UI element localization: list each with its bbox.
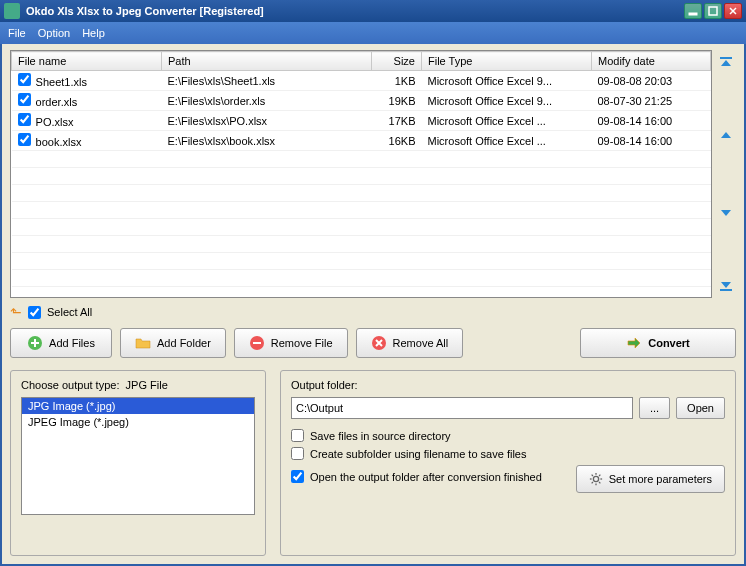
cell-size: 16KB: [372, 131, 422, 151]
gear-icon: [589, 472, 603, 486]
open-folder-button[interactable]: Open: [676, 397, 725, 419]
svg-rect-1: [709, 7, 717, 15]
title-bar: Okdo Xls Xlsx to Jpeg Converter [Registe…: [0, 0, 746, 22]
svg-line-15: [591, 482, 592, 483]
menu-help[interactable]: Help: [82, 27, 105, 39]
type-item-jpeg[interactable]: JPEG Image (*.jpeg): [22, 414, 254, 430]
type-item-jpg[interactable]: JPG Image (*.jpg): [22, 398, 254, 414]
move-bottom-button[interactable]: [716, 276, 736, 296]
svg-point-8: [593, 476, 598, 481]
reorder-arrows: [712, 50, 736, 298]
create-subfolder-label: Create subfolder using filename to save …: [310, 448, 526, 460]
choose-type-label: Choose output type:: [21, 379, 119, 391]
cell-size: 19KB: [372, 91, 422, 111]
convert-button[interactable]: Convert: [580, 328, 736, 358]
cell-path: E:\Files\xls\Sheet1.xls: [162, 71, 372, 91]
minus-icon: [249, 335, 265, 351]
folder-icon: [135, 335, 151, 351]
remove-all-button[interactable]: Remove All: [356, 328, 464, 358]
browse-button[interactable]: ...: [639, 397, 670, 419]
col-date[interactable]: Modify date: [592, 52, 711, 71]
save-source-label: Save files in source directory: [310, 430, 451, 442]
remove-all-label: Remove All: [393, 337, 449, 349]
open-after-label: Open the output folder after conversion …: [310, 471, 542, 483]
minimize-button[interactable]: [684, 3, 702, 19]
cell-name: Sheet1.xls: [36, 76, 87, 88]
move-down-button[interactable]: [716, 201, 736, 221]
up-folder-icon[interactable]: ⬑: [10, 304, 22, 320]
svg-rect-6: [253, 342, 261, 344]
output-folder-input[interactable]: [291, 397, 633, 419]
table-row[interactable]: Sheet1.xls E:\Files\xls\Sheet1.xls 1KB M…: [12, 71, 711, 91]
cell-name: book.xlsx: [36, 136, 82, 148]
table-row[interactable]: PO.xlsx E:\Files\xlsx\PO.xlsx 17KB Micro…: [12, 111, 711, 131]
output-folder-label: Output folder:: [291, 379, 725, 391]
add-folder-label: Add Folder: [157, 337, 211, 349]
row-checkbox[interactable]: [18, 113, 31, 126]
output-folder-panel: Output folder: ... Open Save files in so…: [280, 370, 736, 556]
cell-type: Microsoft Office Excel ...: [422, 111, 592, 131]
col-type[interactable]: File Type: [422, 52, 592, 71]
cell-path: E:\Files\xls\order.xls: [162, 91, 372, 111]
table-row[interactable]: book.xlsx E:\Files\xlsx\book.xlsx 16KB M…: [12, 131, 711, 151]
menu-option[interactable]: Option: [38, 27, 70, 39]
convert-label: Convert: [648, 337, 690, 349]
close-button[interactable]: [724, 3, 742, 19]
remove-file-label: Remove File: [271, 337, 333, 349]
table-row[interactable]: order.xls E:\Files\xls\order.xls 19KB Mi…: [12, 91, 711, 111]
cell-path: E:\Files\xlsx\book.xlsx: [162, 131, 372, 151]
open-after-checkbox[interactable]: [291, 470, 304, 483]
col-size[interactable]: Size: [372, 52, 422, 71]
move-up-button[interactable]: [716, 127, 736, 147]
set-parameters-button[interactable]: Set more parameters: [576, 465, 725, 493]
window-title: Okdo Xls Xlsx to Jpeg Converter [Registe…: [26, 5, 684, 17]
col-path[interactable]: Path: [162, 52, 372, 71]
cell-type: Microsoft Office Excel ...: [422, 131, 592, 151]
cell-size: 17KB: [372, 111, 422, 131]
add-files-button[interactable]: Add Files: [10, 328, 112, 358]
convert-icon: [626, 335, 642, 351]
client-area: File name Path Size File Type Modify dat…: [0, 44, 746, 566]
output-type-list[interactable]: JPG Image (*.jpg) JPEG Image (*.jpeg): [21, 397, 255, 515]
cell-date: 09-08-14 16:00: [592, 131, 711, 151]
cell-path: E:\Files\xlsx\PO.xlsx: [162, 111, 372, 131]
output-type-panel: Choose output type: JPG File JPG Image (…: [10, 370, 266, 556]
create-subfolder-checkbox[interactable]: [291, 447, 304, 460]
row-checkbox[interactable]: [18, 73, 31, 86]
cell-date: 08-07-30 21:25: [592, 91, 711, 111]
col-filename[interactable]: File name: [12, 52, 162, 71]
app-icon: [4, 3, 20, 19]
svg-line-13: [591, 475, 592, 476]
save-source-checkbox[interactable]: [291, 429, 304, 442]
remove-file-button[interactable]: Remove File: [234, 328, 348, 358]
cell-size: 1KB: [372, 71, 422, 91]
maximize-button[interactable]: [704, 3, 722, 19]
move-top-button[interactable]: [716, 52, 736, 72]
remove-all-icon: [371, 335, 387, 351]
select-all-checkbox[interactable]: [28, 306, 41, 319]
row-checkbox[interactable]: [18, 133, 31, 146]
svg-line-16: [599, 475, 600, 476]
set-parameters-label: Set more parameters: [609, 473, 712, 485]
svg-line-14: [599, 482, 600, 483]
plus-icon: [27, 335, 43, 351]
cell-name: PO.xlsx: [36, 116, 74, 128]
current-type-label: JPG File: [126, 379, 168, 391]
cell-type: Microsoft Office Excel 9...: [422, 71, 592, 91]
cell-type: Microsoft Office Excel 9...: [422, 91, 592, 111]
select-all-label: Select All: [47, 306, 92, 318]
menu-bar: File Option Help: [0, 22, 746, 44]
cell-date: 09-08-14 16:00: [592, 111, 711, 131]
row-checkbox[interactable]: [18, 93, 31, 106]
add-folder-button[interactable]: Add Folder: [120, 328, 226, 358]
cell-date: 09-08-08 20:03: [592, 71, 711, 91]
svg-rect-0: [689, 13, 697, 15]
file-list[interactable]: File name Path Size File Type Modify dat…: [10, 50, 712, 298]
add-files-label: Add Files: [49, 337, 95, 349]
cell-name: order.xls: [36, 96, 78, 108]
menu-file[interactable]: File: [8, 27, 26, 39]
